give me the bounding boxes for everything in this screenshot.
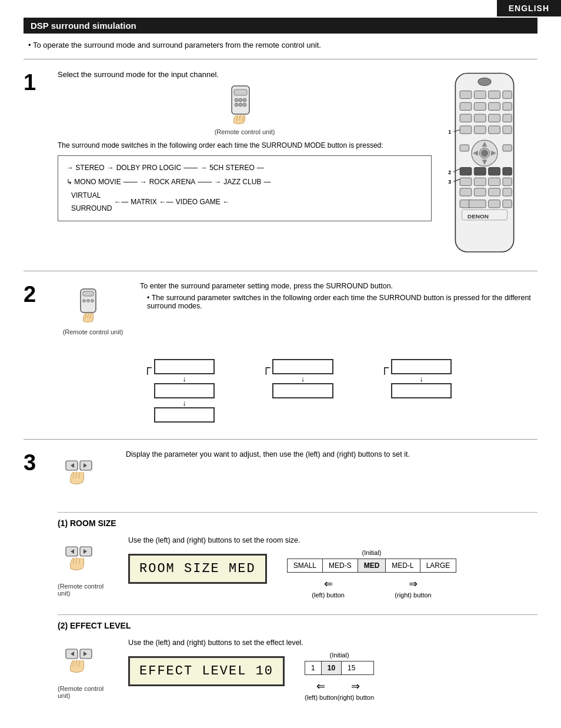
svg-rect-45 (460, 178, 472, 185)
svg-rect-20 (489, 114, 500, 122)
svg-rect-41 (489, 168, 500, 175)
pd-label-3 (154, 407, 215, 423)
right-button-label-1: (right) button (395, 591, 431, 599)
svg-point-62 (87, 300, 90, 302)
surround-mode-flow: → STEREO → DOLBY PRO LOGIC —— → 5CH STER… (58, 155, 432, 221)
step-2-instruction: To enter the surround parameter setting … (140, 282, 537, 290)
room-size-initial-label: (Initial) (287, 549, 457, 556)
pd-label-4 (272, 359, 333, 374)
svg-point-2 (235, 98, 238, 102)
svg-text:DENON: DENON (468, 213, 489, 220)
right-arrow-icon-2: ⇒ (351, 680, 360, 693)
effect-level-initial-label: (Initial) (305, 651, 374, 659)
svg-rect-60 (83, 291, 94, 296)
param-diagram: ┌ ↓ ↓ ┌ (58, 359, 537, 423)
section-title: DSP surround simulation (24, 18, 537, 34)
svg-point-7 (243, 103, 246, 107)
svg-rect-14 (460, 102, 472, 110)
svg-rect-19 (474, 114, 486, 122)
step-1-instruction: Select the surround mode for the input c… (58, 70, 432, 79)
svg-rect-17 (503, 102, 512, 110)
flow-description: The surround mode switches in the follow… (58, 141, 432, 149)
left-button-label-1: (left) button (312, 591, 345, 599)
effect-level-options: (Initial) 1 10 15 ⇐ (left) button (305, 651, 374, 701)
step-1-number: 1 (24, 70, 53, 260)
room-size-title: (1) ROOM SIZE (58, 518, 537, 528)
pd-label-2 (154, 383, 215, 398)
svg-rect-21 (503, 114, 512, 122)
svg-rect-15 (474, 102, 486, 110)
left-button-label-2: (left) button (305, 694, 338, 701)
step-3-number: 3 (24, 450, 53, 717)
option-med: MED (358, 559, 386, 572)
svg-rect-23 (474, 126, 486, 134)
step-3: 3 (24, 439, 537, 727)
svg-text:2: 2 (448, 169, 451, 175)
option-med-l: MED-L (386, 559, 420, 572)
svg-point-34 (481, 150, 487, 157)
intro-bullet: To operate the surround mode and surroun… (28, 41, 537, 49)
svg-point-63 (91, 300, 94, 302)
svg-point-61 (83, 300, 86, 302)
svg-rect-51 (489, 188, 500, 196)
svg-rect-35 (460, 145, 469, 151)
svg-rect-25 (503, 126, 512, 134)
room-size-description: Use the (left) and (right) buttons to se… (128, 536, 537, 544)
svg-text:1: 1 (448, 129, 451, 135)
svg-rect-56 (503, 200, 512, 208)
svg-point-9 (478, 78, 491, 85)
remote-unit-sketch-3: (Remote control unit) (58, 542, 116, 597)
svg-rect-24 (489, 126, 500, 134)
subsection-room-size: (1) ROOM SIZE (58, 512, 537, 705)
remote-unit-sketch-4: (Remote control unit) (58, 644, 116, 699)
svg-rect-39 (460, 168, 472, 175)
room-size-lcd: ROOM SIZE MED (128, 554, 267, 584)
remote-label-4: (Remote control unit) (58, 685, 116, 699)
svg-point-4 (243, 98, 246, 102)
svg-rect-46 (474, 178, 486, 185)
option-med-s: MED-S (323, 559, 358, 572)
svg-rect-54 (469, 200, 486, 208)
effect-level-description: Use the (left) and (right) buttons to se… (128, 639, 537, 647)
svg-rect-50 (474, 188, 486, 196)
remote-unit-sketch-2: (Remote control unit) (58, 288, 128, 335)
option-15: 15 (342, 661, 361, 674)
effect-level-title: (2) EFFECT LEVEL (58, 621, 537, 630)
room-size-options: (Initial) SMALL MED-S MED MED-L LARGE (287, 549, 457, 599)
svg-rect-22 (460, 126, 472, 134)
svg-point-3 (239, 98, 242, 102)
step-3-instruction: Display the parameter you want to adjust… (126, 450, 537, 458)
svg-rect-10 (460, 91, 472, 98)
pd-label-5 (272, 383, 333, 398)
remote-label-3: (Remote control unit) (58, 583, 116, 597)
remote-unit-sketch-1: (Remote control unit) (58, 85, 432, 135)
language-badge: ENGLISH (497, 0, 561, 16)
step-2-number: 2 (24, 282, 53, 428)
step-1: 1 Select the surround mode for the input… (24, 59, 537, 271)
remote-label-2: (Remote control unit) (63, 328, 123, 335)
svg-rect-40 (474, 168, 486, 175)
svg-rect-13 (503, 91, 512, 98)
svg-rect-36 (503, 145, 512, 151)
svg-rect-11 (474, 91, 486, 98)
pd-label-6 (391, 359, 452, 374)
svg-rect-1 (234, 89, 247, 95)
svg-rect-42 (503, 168, 512, 175)
effect-level-lcd: EFFECT LEVEL 10 (128, 656, 285, 686)
left-arrow-icon-2: ⇐ (316, 680, 325, 693)
svg-rect-12 (489, 91, 500, 98)
remote-label-1: (Remote control unit) (215, 128, 275, 135)
pd-label-1 (154, 359, 215, 374)
lr-buttons-sketch (58, 456, 116, 494)
step-2-bullet: The surround parameter switches in the f… (147, 294, 537, 310)
remote-drawing-step1: 1 2 (443, 70, 537, 260)
left-arrow-icon: ⇐ (324, 577, 333, 590)
svg-point-5 (235, 103, 238, 107)
svg-text:3: 3 (448, 179, 451, 185)
svg-rect-18 (460, 114, 472, 122)
option-large: LARGE (420, 559, 456, 572)
option-10: 10 (322, 661, 342, 674)
pd-label-7 (391, 383, 452, 398)
right-button-label-2: (right) button (338, 694, 374, 701)
svg-rect-16 (489, 102, 500, 110)
